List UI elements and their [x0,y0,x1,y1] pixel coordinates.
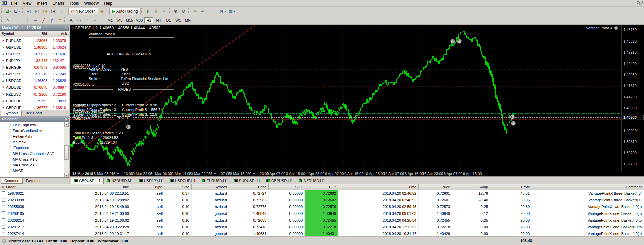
terminal-row[interactable]: 202681052018.04.19 21:00:00sell0.10gbpus… [0,210,644,217]
chart-tab-eurusd-h1-4[interactable]: EURUSD,H1 [199,178,231,184]
tab-symbols[interactable]: Symbols [1,110,22,116]
search-icon[interactable] [637,1,640,4]
timeframe-d1[interactable]: D1 [164,17,173,23]
navigator-item-flexi-high-low[interactable]: ƒFlexi High low [0,122,69,128]
chart-tab-eurusd-h1-5[interactable]: EURUSD,H1 [231,178,263,184]
new-order-button[interactable]: ⇄New Order [68,8,98,15]
market-watch-row-usdjpy[interactable]: ▲USDJPY107.622107.636 [0,51,69,57]
timeframe-m15[interactable]: M15 [125,17,134,23]
terminal-row[interactable]: 202874142018.04.20 10:31:17sell0.10gbpus… [0,230,644,237]
menu-item-charts[interactable]: Charts [50,0,67,6]
timeframe-m30[interactable]: M30 [135,17,144,23]
market-watch-row-gbpusd[interactable]: ▲GBPUSD1.405031.40524 [0,44,69,51]
column-header-symbol[interactable]: Symbol [0,31,27,37]
rectangle-tool-button[interactable]: ▭ [75,17,83,24]
trendline-button[interactable]: ╱ [40,17,48,24]
toolbar-grip[interactable] [141,8,143,14]
terminal-column-header-profit-11[interactable]: Profit [490,184,532,190]
terminal-row[interactable]: 202339982018.04.19 16:08:02sell0.16nzdus… [0,197,644,203]
timeframe-m1[interactable]: M1 [106,17,115,23]
fibonacci-button[interactable]: ≡ [56,17,64,24]
navigator-item-ma-cross-v1-0[interactable]: ƒMA Cross V1.0 [0,156,69,162]
toolbar-grip[interactable] [103,17,104,23]
terminal-column-header-type-2[interactable]: Type [131,184,165,190]
autotrading-button[interactable]: ▶AutoTrading [109,8,141,15]
toolbar-grip[interactable] [1,8,3,14]
tab-common[interactable]: Common [1,178,23,184]
terminal-column-header-price-9[interactable]: Price [419,184,452,190]
tab-tick-chart[interactable]: Tick Chart [22,110,45,116]
timeframe-m5[interactable]: M5 [115,17,124,23]
new-chart-button[interactable]: ⊞▾ [4,8,13,15]
terminal-row[interactable]: 196760212018.04.06 22:18:51sell0.37nzdus… [0,190,644,197]
terminal-row[interactable]: 202812172018.04.20 06:29:28sell0.10nzdus… [0,224,644,230]
chart-shift-button[interactable]: ↞ [199,8,207,15]
horizontal-line-button[interactable]: ─ [31,17,40,24]
chart-tab-gbpusd-h1-0[interactable]: GBPUSD,H1 [71,178,104,184]
indicators-button[interactable]: +▾ [210,8,218,15]
candlestick-chart-button[interactable]: ▯ [152,8,160,15]
crosshair-button[interactable]: + [12,17,20,24]
metaeditor-button[interactable]: ◈ [98,8,106,15]
market-watch-row-gbpjpy[interactable]: ▲GBPJPY151.218151.249 [0,71,69,77]
bar-chart-button[interactable]: ‖ [144,8,152,15]
menu-item-help[interactable]: Help [101,0,115,6]
terminal-column-header-swap-10[interactable]: Swap [452,184,490,190]
toolbar-grip[interactable] [1,17,3,23]
terminal-column-header-symbol-4[interactable]: Symbol [192,184,229,190]
terminal-close-icon[interactable]: × [2,185,4,189]
menu-item-insert[interactable]: Insert [34,0,50,6]
zoom-in-button[interactable]: ⊕ [172,8,180,15]
column-header-bid[interactable]: Bid [27,31,49,37]
menu-item-file[interactable]: File [8,0,20,6]
navigator-item-macd[interactable]: ƒMACD [0,168,69,173]
toolbar-grip[interactable] [208,8,209,14]
market-watch-row-eurgbp[interactable]: ▼EURGBP0.875790.87595 [0,64,69,71]
market-watch-row-eurjpy[interactable]: ▼EURJPY132.448132.471 [0,57,69,64]
market-watch-row-gbpchf[interactable]: ▼GBPCHF1.367771.36810 [0,104,69,110]
navigator-item-forexcandlesticks[interactable]: ƒForexCandlesticks [0,128,69,133]
toolbar-grip[interactable] [64,17,66,23]
vertical-line-button[interactable]: │ [23,17,31,24]
market-watch-button[interactable]: ◱ [25,8,33,15]
scroll-down-icon[interactable]: ▼ [64,173,69,177]
terminal-column-header-time-1[interactable]: Time [40,184,131,190]
toolbar-grip[interactable] [22,8,23,14]
auto-scroll-button[interactable]: ↠ [191,8,199,15]
triangle-tool-button[interactable]: △ [91,17,99,24]
zoom-out-button[interactable]: ⊖ [180,8,188,15]
chart-tab-gbpusd-h1-6[interactable]: GBPUSD,H1 [263,178,296,184]
terminal-column-header-price-5[interactable]: Price [229,184,269,190]
channel-button[interactable]: ∥ [48,17,56,24]
periods-button[interactable]: ◷▾ [218,8,227,15]
chart-tab-usdchf-h1-3[interactable]: USDCHF,H1 [167,178,199,184]
navigator-item-ma-cross-v1-2[interactable]: ƒMA Cross V1.2 [0,162,69,168]
text-tool-button[interactable]: A [67,17,75,24]
scroll-up-icon[interactable]: ▲ [64,122,69,127]
close-icon[interactable]: × [65,117,67,121]
navigator-scrollbar[interactable]: ▲ ▼ [64,122,69,177]
pin-icon[interactable] [641,1,643,4]
navigator-item-heiken-ashi[interactable]: ƒHeiken Ashi [0,133,69,139]
timeframe-h4[interactable]: H4 [154,17,163,23]
menu-item-tools[interactable]: Tools [67,0,82,6]
market-watch-row-usdcad[interactable]: ▲USDCAD1.268081.26828 [0,77,69,84]
terminal-button[interactable]: ◲ [49,8,57,15]
terminal-column-header-comment-12[interactable]: Comment [532,184,644,190]
strategy-tester-button[interactable]: ◔ [57,8,65,15]
templates-button[interactable]: ▦▾ [227,8,236,15]
terminal-row[interactable]: 202682142018.04.19 21:00:02sell0.10nzdus… [0,217,644,224]
vantage-point-icon[interactable] [614,26,618,30]
close-icon[interactable]: × [65,26,67,30]
terminal-row[interactable]: 202559382018.04.19 18:49:00sell0.10nzdus… [0,203,644,210]
terminal-column-header-order-0[interactable]: ×Order [0,184,40,190]
toolbar-grip[interactable] [107,8,108,14]
navigator-title-bar[interactable]: Navigator × [0,116,69,122]
market-watch-row-nzdusd[interactable]: ▼NZDUSD0.721600.72190 [0,91,69,98]
toolbar-grip[interactable] [66,8,67,14]
profiles-button[interactable]: ⊟▾ [13,8,21,15]
ellipse-tool-button[interactable]: ○ [83,17,91,24]
market-watch-row-eurchf[interactable]: ▲EURCHF1.197991.19823 [0,98,69,104]
toolbar-grip[interactable] [169,8,170,14]
scroll-thumb[interactable] [64,145,69,160]
